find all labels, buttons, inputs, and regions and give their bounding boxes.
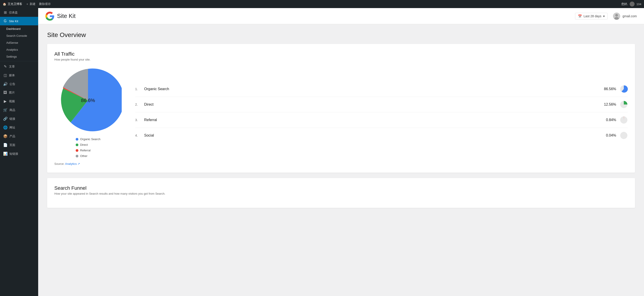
legend-item-other: Other xyxy=(76,154,100,158)
media-icon: ◫ xyxy=(3,73,7,77)
calendar-icon: 📅 xyxy=(578,14,582,18)
posts-icon: ✎ xyxy=(3,64,7,69)
legend-dot-referral xyxy=(76,149,78,152)
admin-bar: 🏠 王光卫博客 ＋ 新建 删除缓存 您好, 104 xyxy=(0,0,644,8)
product2-icon: 📦 xyxy=(3,134,8,138)
sidebar-item-sub-search-console[interactable]: Search Console xyxy=(0,32,38,39)
analytics-source-link[interactable]: Analytics ↗ xyxy=(65,162,80,165)
legend-dot-direct xyxy=(76,144,78,146)
site-name-label: 王光卫博客 xyxy=(8,2,22,6)
content-area: Site Kit 📅 Last 28 days ▾ xyxy=(38,8,644,296)
sidebar-item-dashboard-wp[interactable]: ⊞ 仪表盘 xyxy=(0,8,38,17)
legend-item-organic: Organic Search xyxy=(76,138,100,141)
admin-bar-left: 🏠 王光卫博客 ＋ 新建 删除缓存 xyxy=(3,2,51,6)
legend-item-direct: Direct xyxy=(76,143,100,147)
sidebar-item-pages[interactable]: 📄 页面 xyxy=(0,141,38,149)
sidebar-item-links[interactable]: 🔗 链接 xyxy=(0,114,38,123)
chart-legend-wrapper: 86.6% Organic Search Direct xyxy=(54,67,122,158)
mini-pie-chart xyxy=(620,132,628,140)
table-row: 1. Organic Search 86.56% xyxy=(135,81,628,97)
mini-pie-chart xyxy=(620,101,628,109)
table-row: 3. Referral 0.84% xyxy=(135,112,628,128)
all-traffic-title: All Traffic xyxy=(54,51,628,57)
chevron-down-icon: ▾ xyxy=(603,14,605,18)
avatar-image xyxy=(613,12,620,20)
google-logo xyxy=(45,12,54,21)
sitekit-logo: Site Kit xyxy=(45,12,76,21)
admin-bar-right: 您好, 104 xyxy=(621,1,641,6)
delete-cache-button[interactable]: 删除缓存 xyxy=(39,2,51,6)
sidebar-item-products[interactable]: 🛒 商品 xyxy=(0,106,38,114)
date-range-label: Last 28 days xyxy=(584,14,601,18)
legend-item-referral: Referral xyxy=(76,149,100,152)
date-picker[interactable]: 📅 Last 28 days ▾ xyxy=(575,13,608,19)
header-right: 📅 Last 28 days ▾ gmail.com xyxy=(575,12,637,20)
chart-legend: Organic Search Direct Referral xyxy=(76,138,100,158)
sidebar-item-sub-analytics[interactable]: Analytics xyxy=(0,46,38,53)
source-line: Source: Analytics ↗ xyxy=(54,162,628,165)
site-name[interactable]: 🏠 王光卫博客 xyxy=(3,2,22,6)
sidebar-item-sitekit[interactable]: G Site Kit xyxy=(0,17,38,25)
page-title: Site Overview xyxy=(47,31,635,39)
new-button[interactable]: ＋ 新建 xyxy=(26,2,36,6)
sidebar: ⊞ 仪表盘 G Site Kit Dashboard Search Consol… xyxy=(0,8,38,296)
sitekit-icon: G xyxy=(3,19,7,23)
all-traffic-card: All Traffic How people found your site. xyxy=(47,44,635,173)
search-funnel-card: Search Funnel How your site appeared in … xyxy=(47,178,635,208)
sidebar-item-ads[interactable]: 🔊 公告 xyxy=(0,80,38,88)
svg-text:86.6%: 86.6% xyxy=(81,98,95,103)
sidebar-item-images[interactable]: 🖼 图片 xyxy=(0,88,38,97)
mini-pie-chart xyxy=(620,116,628,124)
dashboard-icon: ⊞ xyxy=(3,10,7,14)
sidebar-item-shortlinks[interactable]: 📊 短链接 xyxy=(0,149,38,158)
sidebar-item-urls[interactable]: 🌐 网址 xyxy=(0,123,38,132)
images-icon: 🖼 xyxy=(3,91,7,95)
avatar xyxy=(613,12,620,20)
user-avatar-small xyxy=(630,1,634,6)
sidebar-item-product2[interactable]: 📦 产品 xyxy=(0,132,38,141)
pie-chart-svg: 86.6% xyxy=(54,67,122,134)
home-icon: 🏠 xyxy=(3,2,6,6)
legend-dot-organic xyxy=(76,138,78,141)
legend-dot-other xyxy=(76,155,78,157)
sitekit-header-title: Site Kit xyxy=(57,12,76,19)
main-layout: ⊞ 仪表盘 G Site Kit Dashboard Search Consol… xyxy=(0,8,644,296)
svg-point-1 xyxy=(615,14,618,16)
user-profile: gmail.com xyxy=(613,12,637,20)
sidebar-item-sub-dashboard[interactable]: Dashboard xyxy=(0,25,38,32)
sitekit-header: Site Kit 📅 Last 28 days ▾ xyxy=(38,8,644,24)
urls-icon: 🌐 xyxy=(3,125,8,130)
shortlinks-icon: 📊 xyxy=(3,151,8,156)
table-row: 2. Direct 12.56% xyxy=(135,97,628,112)
all-traffic-subtitle: How people found your site. xyxy=(54,58,628,61)
sidebar-item-media[interactable]: ◫ 媒体 xyxy=(0,71,38,80)
videos-icon: ▶ xyxy=(3,99,7,103)
table-row: 4. Social 0.04% xyxy=(135,128,628,143)
pages-icon: 📄 xyxy=(3,143,8,147)
greeting-label: 您好, xyxy=(621,2,628,6)
page-content: Site Overview All Traffic How people fou… xyxy=(38,24,644,296)
search-funnel-title: Search Funnel xyxy=(54,185,628,191)
pie-chart: 86.6% xyxy=(54,67,122,134)
products-icon: 🛒 xyxy=(3,108,8,112)
sidebar-item-posts[interactable]: ✎ 文章 xyxy=(0,62,38,71)
ads-icon: 🔊 xyxy=(3,82,8,86)
links-icon: 🔗 xyxy=(3,117,8,121)
mini-pie-chart xyxy=(620,85,628,93)
plus-icon: ＋ xyxy=(26,2,29,6)
traffic-table: 1. Organic Search 86.56% 2. Direct xyxy=(135,81,628,143)
sidebar-item-sub-settings[interactable]: Settings xyxy=(0,53,38,60)
sidebar-item-videos[interactable]: ▶ 视频 xyxy=(0,97,38,106)
search-funnel-subtitle: How your site appeared in Search results… xyxy=(54,192,628,195)
external-link-icon: ↗ xyxy=(78,162,80,165)
user-email-label: gmail.com xyxy=(622,14,637,18)
traffic-container: 86.6% Organic Search Direct xyxy=(54,67,628,158)
svg-point-7 xyxy=(620,132,628,139)
sidebar-item-sub-adsense[interactable]: AdSense xyxy=(0,39,38,46)
